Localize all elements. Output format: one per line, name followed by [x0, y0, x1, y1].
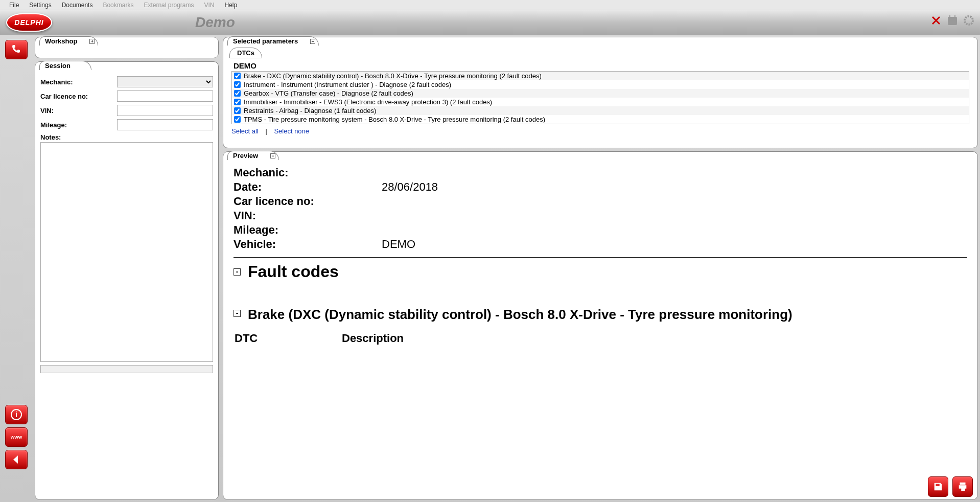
notes-label: Notes: — [40, 133, 213, 141]
menu-bookmarks[interactable]: Bookmarks — [98, 1, 138, 10]
select-none-link[interactable]: Select none — [274, 127, 309, 135]
dtc-row[interactable]: Gearbox - VTG (Transfer case) - Diagnose… — [232, 89, 969, 98]
menu-help[interactable]: Help — [220, 1, 243, 10]
dtc-label: Instrument - Instrument (Instrument clus… — [244, 81, 451, 88]
svg-text:i: i — [15, 410, 17, 419]
dtcs-header: DTCs — [229, 48, 262, 58]
fault-codes-title: Fault codes — [248, 262, 339, 281]
dtc-label: Immobiliser - Immobiliser - EWS3 (Electr… — [244, 98, 492, 106]
svg-text:WWW: WWW — [11, 435, 22, 440]
expand-icon[interactable]: + — [89, 39, 95, 44]
preview-panel: Preview − Mechanic: Date:28/06/2018 Car … — [223, 151, 978, 500]
session-title: Session — [45, 62, 71, 70]
mileage-label: Mileage: — [40, 121, 117, 129]
dtc-checkbox[interactable] — [234, 81, 241, 88]
left-icon-column: i WWW — [2, 37, 31, 500]
settings-gear-icon[interactable] — [963, 14, 975, 27]
www-icon-button[interactable]: WWW — [5, 427, 28, 447]
collapse-icon[interactable]: − — [270, 153, 275, 158]
vin-input[interactable] — [117, 105, 213, 116]
fault-section-title: Brake (DXC (Dynamic stability control) -… — [248, 307, 792, 323]
main-area: i WWW Workshop + Session Mechanic: — [0, 35, 980, 502]
close-icon[interactable] — [930, 14, 942, 27]
dtc-checkbox[interactable] — [234, 116, 241, 123]
select-all-link[interactable]: Select all — [231, 127, 259, 135]
divider — [234, 257, 967, 258]
workshop-tab: Workshop + — [39, 36, 98, 45]
collapse-box-icon[interactable]: - — [234, 268, 241, 276]
calendar-icon[interactable] — [946, 14, 959, 27]
horizontal-scrollbar[interactable] — [40, 365, 213, 373]
dtc-label: TPMS - Tire pressure monitoring system -… — [244, 116, 545, 123]
car-licence-label: Car licence no: — [40, 93, 117, 100]
menu-vin[interactable]: VIN — [199, 1, 219, 10]
dtc-row[interactable]: Restraints - Airbag - Diagnose (1 fault … — [232, 106, 969, 115]
mileage-input[interactable] — [117, 119, 213, 130]
separator: | — [265, 127, 267, 135]
page-title: Demo — [195, 14, 235, 31]
dtc-label: Restraints - Airbag - Diagnose (1 fault … — [244, 107, 376, 115]
bottom-actions — [928, 476, 973, 497]
description-column-header: Description — [342, 332, 404, 345]
pv-date-value: 28/06/2018 — [382, 180, 438, 194]
selected-parameters-panel: Selected parameters − DTCs DEMO Brake - … — [223, 37, 978, 148]
dtc-column-header: DTC — [235, 332, 342, 345]
menubar: File Settings Documents Bookmarks Extern… — [0, 0, 980, 10]
left-column: Workshop + Session Mechanic: Car licence… — [35, 37, 219, 500]
menu-file[interactable]: File — [4, 1, 24, 10]
workshop-panel: Workshop + — [35, 37, 219, 58]
svg-rect-2 — [954, 15, 955, 18]
info-icon-button[interactable]: i — [5, 405, 28, 424]
save-button[interactable] — [928, 476, 948, 497]
session-tab: Session — [39, 61, 91, 70]
menu-settings[interactable]: Settings — [24, 1, 56, 10]
notes-textarea[interactable] — [40, 142, 213, 362]
mechanic-select[interactable] — [117, 76, 213, 87]
dtc-row[interactable]: Immobiliser - Immobiliser - EWS3 (Electr… — [232, 98, 969, 106]
workshop-title: Workshop — [45, 37, 77, 45]
dtcs-vehicle-title: DEMO — [234, 61, 969, 70]
svg-point-3 — [965, 16, 973, 25]
dtc-checkbox[interactable] — [234, 73, 241, 79]
menu-external-programs[interactable]: External programs — [138, 1, 199, 10]
preview-tab: Preview − — [227, 151, 279, 160]
print-button[interactable] — [952, 476, 973, 497]
dtc-row[interactable]: Instrument - Instrument (Instrument clus… — [232, 80, 969, 89]
vin-label: VIN: — [40, 107, 117, 115]
pv-car-licence-label: Car licence no: — [234, 195, 382, 208]
dtc-checkbox[interactable] — [234, 107, 241, 114]
selected-parameters-tab: Selected parameters − — [227, 36, 319, 45]
pv-mechanic-label: Mechanic: — [234, 166, 382, 179]
session-panel: Session Mechanic: Car licence no: VIN: M… — [35, 61, 219, 500]
menu-documents[interactable]: Documents — [57, 1, 98, 10]
preview-content[interactable]: Mechanic: Date:28/06/2018 Car licence no… — [223, 161, 977, 499]
svg-rect-0 — [948, 17, 957, 25]
back-arrow-button[interactable] — [5, 450, 28, 469]
selected-params-title: Selected parameters — [233, 37, 298, 45]
dtc-checkbox[interactable] — [234, 99, 241, 105]
dtc-list: Brake - DXC (Dynamic stability control) … — [231, 71, 969, 124]
pv-mileage-label: Mileage: — [234, 223, 382, 237]
preview-title: Preview — [233, 152, 258, 159]
dtc-row[interactable]: TPMS - Tire pressure monitoring system -… — [232, 115, 969, 124]
svg-rect-1 — [949, 15, 950, 18]
pv-date-label: Date: — [234, 180, 382, 194]
right-column: Selected parameters − DTCs DEMO Brake - … — [223, 37, 978, 500]
mechanic-label: Mechanic: — [40, 78, 117, 86]
dtc-label: Brake - DXC (Dynamic stability control) … — [244, 72, 542, 80]
pv-vehicle-label: Vehicle: — [234, 238, 382, 251]
dtc-row[interactable]: Brake - DXC (Dynamic stability control) … — [232, 72, 969, 80]
pv-vin-label: VIN: — [234, 209, 382, 222]
collapse-icon[interactable]: − — [310, 39, 315, 44]
delphi-logo: DELPHI — [6, 13, 52, 32]
phone-icon-button[interactable] — [5, 40, 28, 59]
pv-vehicle-value: DEMO — [382, 238, 415, 251]
dtc-checkbox[interactable] — [234, 90, 241, 97]
collapse-box-icon[interactable]: - — [234, 310, 241, 317]
header-bar: DELPHI Demo — [0, 10, 980, 35]
car-licence-input[interactable] — [117, 90, 213, 102]
dtc-label: Gearbox - VTG (Transfer case) - Diagnose… — [244, 89, 413, 97]
